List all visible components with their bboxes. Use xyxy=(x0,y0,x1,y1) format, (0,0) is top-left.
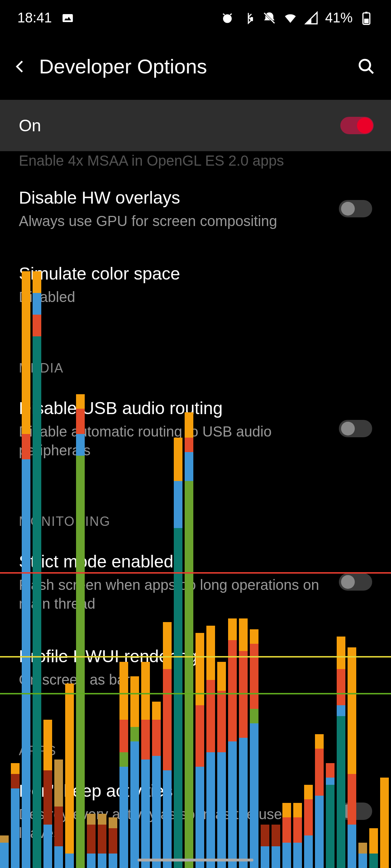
disable-usb-audio-switch[interactable] xyxy=(339,420,372,437)
bluetooth-icon xyxy=(241,11,256,25)
setting-title: Disable USB audio routing xyxy=(19,397,328,419)
setting-simulate-color-space[interactable]: Simulate color space Disabled xyxy=(19,245,372,321)
section-header-media: MEDIA xyxy=(19,321,372,379)
section-header-apps: APPS xyxy=(19,703,372,762)
back-button[interactable] xyxy=(12,58,29,75)
svg-rect-5 xyxy=(364,18,369,23)
setting-subtitle: Disabled xyxy=(19,288,372,306)
setting-subtitle: Always use GPU for screen compositing xyxy=(19,212,328,230)
setting-title: Disable HW overlays xyxy=(19,187,328,209)
svg-rect-2 xyxy=(251,17,253,21)
setting-title: Simulate color space xyxy=(19,263,372,285)
svg-rect-4 xyxy=(365,12,367,13)
developer-options-master-toggle-row[interactable]: On xyxy=(0,100,391,151)
setting-subtitle: Disable automatic routing to USB audio p… xyxy=(19,422,328,460)
svg-point-6 xyxy=(360,60,370,70)
dont-keep-activities-switch[interactable] xyxy=(339,803,372,820)
status-time: 18:41 xyxy=(17,10,52,26)
setting-subtitle: Destroy every activity as soon as the us… xyxy=(19,805,328,842)
setting-title: Profile HWUI rendering xyxy=(19,646,372,667)
page-title: Developer Options xyxy=(39,55,346,78)
home-indicator[interactable] xyxy=(138,859,253,861)
setting-disable-hw-overlays[interactable]: Disable HW overlays Always use GPU for s… xyxy=(19,169,372,245)
app-header: Developer Options xyxy=(0,33,391,100)
setting-dont-keep-activities[interactable]: Don't keep activities Destroy every acti… xyxy=(19,762,372,857)
strict-mode-switch[interactable] xyxy=(339,573,372,591)
search-button[interactable] xyxy=(356,56,377,77)
master-toggle-label: On xyxy=(19,116,41,135)
svg-rect-0 xyxy=(63,14,73,22)
battery-icon xyxy=(359,11,374,25)
setting-disable-usb-audio-routing[interactable]: Disable USB audio routing Disable automa… xyxy=(19,379,372,474)
settings-list: Enable 4x MSAA in OpenGL ES 2.0 apps Dis… xyxy=(0,151,391,868)
disable-hw-overlays-switch[interactable] xyxy=(339,200,372,217)
setting-subtitle: Flash screen when apps do long operation… xyxy=(19,575,328,613)
setting-strict-mode[interactable]: Strict mode enabled Flash screen when ap… xyxy=(19,533,372,627)
section-header-monitoring: MONITORING xyxy=(19,474,372,533)
partial-row-msaa[interactable]: Enable 4x MSAA in OpenGL ES 2.0 apps xyxy=(19,151,372,169)
wifi-icon xyxy=(283,11,298,25)
screenshot-icon xyxy=(60,11,75,25)
setting-title: Don't keep activities xyxy=(19,780,328,802)
setting-title: Strict mode enabled xyxy=(19,551,328,573)
developer-options-switch[interactable] xyxy=(340,117,374,134)
battery-percent: 41% xyxy=(325,10,353,26)
setting-subtitle: On screen as bars xyxy=(19,670,372,689)
setting-profile-hwui-rendering[interactable]: Profile HWUI rendering On screen as bars xyxy=(19,627,372,703)
alarm-icon xyxy=(220,11,235,25)
svg-point-1 xyxy=(223,14,232,23)
dnd-icon xyxy=(262,11,277,25)
signal-icon xyxy=(304,11,319,25)
status-bar: 18:41 41% xyxy=(0,0,391,33)
